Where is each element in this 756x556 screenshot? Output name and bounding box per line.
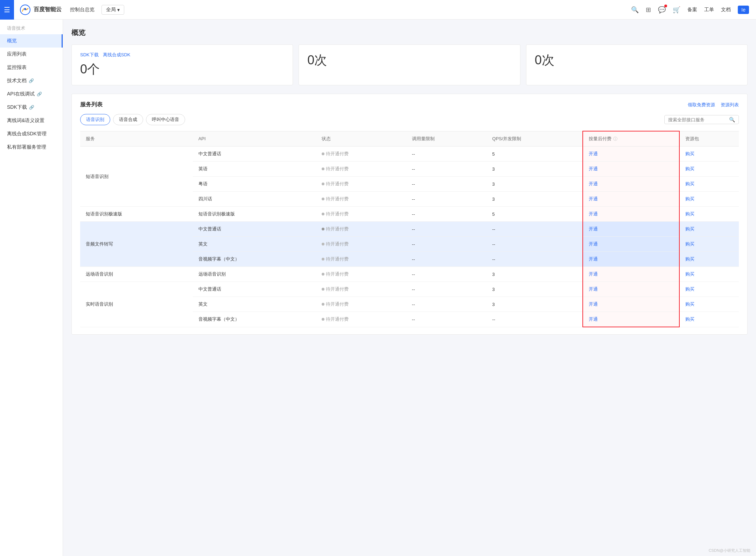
activate-link[interactable]: 开通 [589,286,598,292]
call-limit-cell: -- [406,252,486,267]
activate-link[interactable]: 开通 [589,301,598,307]
buy-link[interactable]: 购买 [685,271,694,277]
api-cell: 四川话 [193,192,316,207]
qps-cell: 3 [486,297,583,312]
beian-link[interactable]: 备案 [687,7,697,13]
api-cell: 音视频字幕（中文） [193,252,316,267]
stat-card-qps: 0次 [526,44,748,85]
buy-link[interactable]: 购买 [685,226,694,231]
tab-speech-synthesis[interactable]: 语音合成 [113,114,143,125]
activate-link[interactable]: 开通 [589,271,598,277]
pay-cell: 开通 [583,282,679,297]
activate-link[interactable]: 开通 [589,181,598,186]
sidebar-item-label: 私有部署服务管理 [7,144,46,150]
status-cell: 待开通付费 [316,147,406,162]
tab-bar: 语音识别 语音合成 呼叫中心语音 🔍 [80,114,739,125]
link-icon: 🔗 [29,78,34,83]
qps-cell: 5 [486,147,583,162]
buy-link[interactable]: 购买 [685,316,694,322]
main-content: 概览 SDK下载 离线合成SDK 0个 0次 0次 服务列表 领取免费资源 资源… [63,20,756,343]
sidebar-item-label: SDK下载 [7,104,27,111]
th-call-limit: 调用量限制 [406,131,486,147]
info-icon[interactable]: ⓘ [613,136,617,141]
ticket-link[interactable]: 工单 [704,7,714,13]
menu-button[interactable]: ☰ [0,0,14,20]
notify-icon[interactable]: 💬 [658,6,666,14]
activate-link[interactable]: 开通 [589,166,598,171]
sidebar-item-overview[interactable]: 概览 [0,34,63,48]
user-label[interactable]: Ie [738,6,749,14]
buy-link[interactable]: 购买 [685,196,694,201]
activate-link[interactable]: 开通 [589,241,598,247]
sidebar-item-apps[interactable]: 应用列表 [0,48,63,61]
sidebar-item-monitor[interactable]: 监控报表 [0,61,63,74]
call-limit-cell: -- [406,282,486,297]
table-row: 短语音识别极速版 短语音识别极速版 待开通付费 -- 5 开通 购买 [80,207,739,222]
sidebar-item-api-debug[interactable]: API在线调试 🔗 [0,87,63,101]
search-input[interactable] [668,117,727,122]
dashboard-link[interactable]: 控制台总览 [70,7,94,13]
activate-link[interactable]: 开通 [589,211,598,216]
stat-links: SDK下载 离线合成SDK [80,52,284,58]
api-cell: 英文 [193,237,316,252]
qps-cell: 3 [486,192,583,207]
search-icon[interactable]: 🔍 [729,117,735,122]
nav-icons: 🔍 ⊞ 💬 🛒 备案 工单 文档 Ie [631,6,749,14]
stat-value-sdk: 0个 [80,61,284,78]
pay-cell: 开通 [583,237,679,252]
activate-link[interactable]: 开通 [589,151,598,156]
tab-speech-recognition[interactable]: 语音识别 [80,114,110,125]
search-icon[interactable]: 🔍 [631,6,639,14]
activate-link[interactable]: 开通 [589,316,598,322]
pay-cell: 开通 [583,297,679,312]
buy-link[interactable]: 购买 [685,181,694,186]
call-limit-cell: -- [406,147,486,162]
buy-link[interactable]: 购买 [685,151,694,156]
status-cell: 待开通付费 [316,177,406,192]
th-pay: 按量后付费 ⓘ [583,131,679,147]
get-free-resources-link[interactable]: 领取免费资源 [688,102,715,108]
docs-link[interactable]: 文档 [721,7,731,13]
sidebar-item-sdk[interactable]: SDK下载 🔗 [0,101,63,114]
resource-list-link[interactable]: 资源列表 [721,102,739,108]
sidebar-item-techdocs[interactable]: 技术文档 🔗 [0,74,63,87]
qps-cell: -- [486,312,583,327]
pay-cell: 开通 [583,267,679,282]
region-button[interactable]: 全局 ▾ [102,5,124,15]
buy-link[interactable]: 购买 [685,286,694,292]
activate-link[interactable]: 开通 [589,196,598,201]
logo-text: 百度智能云 [34,6,62,13]
sidebar-item-offline-words[interactable]: 离线词&语义设置 [0,114,63,127]
service-section: 服务列表 领取免费资源 资源列表 语音识别 语音合成 呼叫中心语音 🔍 服务 A… [71,94,748,335]
status-cell: 待开通付费 [316,222,406,237]
sidebar-item-private-deploy[interactable]: 私有部署服务管理 [0,141,63,154]
sidebar-item-label: API在线调试 [7,91,35,97]
service-cell: 远场语音识别 [80,267,193,282]
sidebar-item-label: 应用列表 [7,51,27,57]
buy-link[interactable]: 购买 [685,301,694,307]
cart-icon[interactable]: 🛒 [673,6,680,14]
logo-icon [20,4,31,15]
tab-call-center[interactable]: 呼叫中心语音 [146,114,185,125]
buy-link[interactable]: 购买 [685,256,694,262]
sidebar-item-offline-sdk[interactable]: 离线合成SDK管理 [0,127,63,141]
buy-link[interactable]: 购买 [685,211,694,216]
status-cell: 待开通付费 [316,162,406,177]
qps-cell: -- [486,252,583,267]
activate-link[interactable]: 开通 [589,256,598,262]
sidebar-item-label: 离线合成SDK管理 [7,131,47,137]
qps-cell: -- [486,237,583,252]
qps-cell: 3 [486,282,583,297]
activate-link[interactable]: 开通 [589,226,598,231]
sdk-download-link[interactable]: SDK下载 [80,52,99,58]
pay-cell: 开通 [583,162,679,177]
service-cell: 实时语音识别 [80,282,193,327]
apps-icon[interactable]: ⊞ [646,6,651,14]
buy-link[interactable]: 购买 [685,241,694,247]
offline-sdk-link[interactable]: 离线合成SDK [103,52,131,58]
link-icon: 🔗 [37,92,42,97]
section-actions: 领取免费资源 资源列表 [688,102,739,108]
buy-link[interactable]: 购买 [685,166,694,171]
buy-cell: 购买 [679,297,739,312]
th-package: 资源包 [679,131,739,147]
